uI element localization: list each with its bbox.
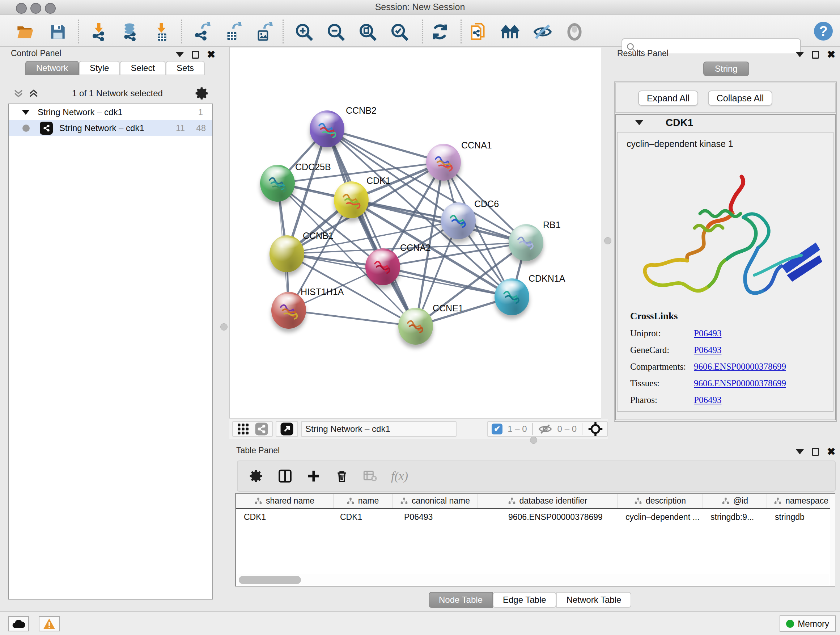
panel-close-icon[interactable]: ✖ [207, 51, 215, 58]
node-CCNB2[interactable] [309, 111, 344, 147]
column-header-sharedname[interactable]: shared name [236, 494, 333, 508]
export-image-icon[interactable] [253, 22, 273, 42]
node-RB1[interactable] [508, 224, 543, 261]
results-tab-string[interactable]: String [703, 62, 749, 76]
apply-layout-icon[interactable] [430, 22, 450, 42]
node-table[interactable]: shared namenamecanonical namedatabase id… [235, 493, 835, 586]
node-count: 1 [198, 107, 203, 117]
panel-close-icon[interactable]: ✖ [827, 448, 835, 455]
column-header-name[interactable]: name [333, 494, 393, 508]
select-columns-icon[interactable] [278, 469, 293, 484]
add-column-icon[interactable] [306, 469, 321, 483]
grid-view-icon[interactable] [237, 423, 249, 435]
right-splitter-handle[interactable] [604, 237, 611, 244]
node-CCNE1[interactable] [398, 308, 433, 345]
cell-canonicalname[interactable]: P06493 [393, 509, 478, 525]
bottom-splitter-handle[interactable] [530, 437, 537, 444]
expand-all-icon[interactable] [27, 87, 40, 100]
panel-close-icon[interactable]: ✖ [827, 51, 835, 58]
gene-section-header[interactable]: CDK1 [615, 114, 836, 131]
selected-checkbox[interactable]: ✔ [492, 424, 502, 434]
collapse-gene-icon[interactable] [635, 120, 643, 125]
tab-node-table[interactable]: Node Table [429, 592, 493, 608]
tab-sets[interactable]: Sets [166, 61, 205, 75]
panel-menu-icon[interactable] [796, 52, 804, 57]
panel-float-icon[interactable] [192, 51, 199, 59]
gear-icon[interactable] [195, 86, 210, 101]
expand-tree-icon[interactable] [22, 110, 30, 115]
crosslink-link[interactable]: P06493 [694, 395, 722, 405]
node-CDKN1A[interactable] [494, 279, 529, 315]
panel-menu-icon[interactable] [176, 52, 184, 57]
tab-edge-table[interactable]: Edge Table [493, 592, 556, 608]
column-header-namespace[interactable]: namespace [767, 494, 835, 508]
panel-float-icon[interactable] [812, 448, 819, 456]
zoom-out-icon[interactable] [325, 22, 346, 42]
network-item-label: String Network – cdk1 [59, 123, 144, 133]
import-network-icon[interactable] [88, 22, 109, 42]
cell-namespace[interactable]: stringdb [767, 509, 835, 525]
column-header-id[interactable]: @id [703, 494, 767, 508]
warning-button[interactable] [39, 616, 60, 631]
crosslink-link[interactable]: P06493 [694, 345, 722, 355]
tab-select[interactable]: Select [120, 61, 166, 75]
node-CCNA2[interactable] [365, 249, 400, 285]
zoom-selected-icon[interactable] [389, 22, 409, 42]
selected-count: 1 – 0 [508, 424, 527, 434]
export-table-icon[interactable] [222, 22, 242, 42]
cell-id[interactable]: stringdb:9... [703, 509, 767, 525]
network-list-item[interactable]: String Network – cdk11148 [9, 120, 212, 136]
table-row[interactable]: CDK1CDK1P064939606.ENSP00000378699cyclin… [236, 509, 834, 525]
table-horizontal-scrollbar[interactable] [236, 574, 829, 585]
network-view-icon[interactable] [255, 422, 268, 436]
crosslink-link[interactable]: P06493 [694, 328, 722, 339]
node-CCNB1[interactable] [270, 235, 304, 272]
cell-databaseidentifier[interactable]: 9606.ENSP00000378699 [478, 509, 617, 525]
zoom-fit-icon[interactable] [357, 22, 378, 42]
detach-view-icon[interactable] [280, 422, 294, 436]
network-canvas[interactable]: CCNB2CCNA1CDC25BCDK1CDC6RB1CCNB1CCNA2CDK… [229, 47, 601, 418]
open-session-icon[interactable] [15, 22, 35, 42]
export-network-icon[interactable] [191, 22, 211, 42]
first-neighbors-icon[interactable] [501, 22, 521, 42]
left-splitter-handle[interactable] [220, 323, 227, 331]
node-CCNA1[interactable] [426, 144, 461, 181]
birdseye-icon[interactable] [587, 421, 603, 437]
node-CDK1[interactable] [334, 181, 369, 218]
node-CDC25B[interactable] [260, 165, 295, 202]
tab-network[interactable]: Network [25, 61, 79, 75]
node-CDC6[interactable] [441, 203, 476, 239]
memory-button[interactable]: Memory [780, 616, 836, 632]
collapse-all-button[interactable]: Collapse All [708, 90, 772, 106]
collapse-all-icon[interactable] [12, 87, 25, 100]
crosslink-link[interactable]: 9606.ENSP00000378699 [694, 378, 786, 388]
import-network-database-icon[interactable] [119, 22, 140, 42]
cloud-button[interactable] [8, 616, 29, 631]
hide-selected-icon[interactable] [532, 22, 553, 42]
table-vertical-scrollbar[interactable] [830, 494, 835, 586]
edge-CCNA2-CDKN1A[interactable] [383, 267, 512, 297]
panel-float-icon[interactable] [812, 51, 819, 59]
panel-menu-icon[interactable] [796, 449, 804, 454]
column-header-canonicalname[interactable]: canonical name [393, 494, 478, 508]
column-header-description[interactable]: description [617, 494, 703, 508]
edge-HIST1H1A-CCNE1[interactable] [289, 310, 416, 326]
crosslink-link[interactable]: 9606.ENSP00000378699 [694, 362, 786, 372]
delete-column-icon[interactable] [335, 469, 349, 483]
cell-name[interactable]: CDK1 [333, 509, 393, 525]
table-gear-icon[interactable] [249, 469, 264, 483]
help-button[interactable]: ? [813, 21, 834, 41]
zoom-in-icon[interactable] [294, 22, 314, 42]
tab-network-table[interactable]: Network Table [556, 592, 632, 608]
save-session-icon[interactable] [48, 22, 68, 42]
cell-description[interactable]: cyclin–dependent ... [617, 509, 703, 525]
network-list-item[interactable]: String Network – cdk11 [9, 104, 212, 120]
column-header-databaseidentifier[interactable]: database identifier [478, 494, 617, 508]
node-HIST1H1A[interactable] [271, 292, 306, 329]
cell-sharedname[interactable]: CDK1 [236, 509, 333, 525]
tab-style[interactable]: Style [79, 61, 120, 75]
expand-all-button[interactable]: Expand All [638, 90, 698, 106]
import-table-icon[interactable] [151, 22, 172, 42]
clone-network-icon[interactable] [469, 22, 489, 42]
show-hidden-icon[interactable] [564, 22, 584, 42]
